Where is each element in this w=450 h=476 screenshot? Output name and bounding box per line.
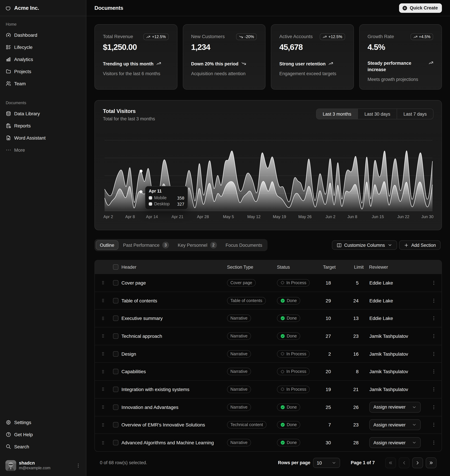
sidebar-item-team[interactable]: Team: [3, 78, 83, 89]
row-target[interactable]: 27: [311, 333, 338, 339]
row-menu-button[interactable]: [426, 369, 442, 374]
add-section-button[interactable]: Add Section: [399, 240, 441, 250]
row-checkbox[interactable]: [113, 404, 118, 410]
sidebar-item-lifecycle[interactable]: Lifecycle: [3, 42, 83, 52]
row-checkbox[interactable]: [113, 333, 118, 339]
row-target[interactable]: 18: [311, 280, 338, 285]
drag-handle[interactable]: [95, 441, 111, 445]
tab-outline[interactable]: Outline: [96, 240, 118, 250]
user-menu-dots-icon[interactable]: [76, 463, 81, 468]
tab-focus-documents[interactable]: Focus Documents: [221, 240, 266, 250]
drag-handle[interactable]: [95, 334, 111, 338]
row-header[interactable]: Executive summary: [119, 315, 224, 321]
range-option-last-30-days[interactable]: Last 30 days: [358, 109, 397, 119]
assign-reviewer-select[interactable]: Assign reviewer: [369, 402, 421, 412]
customize-columns-button[interactable]: Customize Columns: [332, 240, 397, 250]
drag-handle[interactable]: [95, 298, 111, 303]
row-target[interactable]: 30: [311, 440, 338, 445]
row-target[interactable]: 29: [311, 298, 338, 303]
drag-handle[interactable]: [95, 352, 111, 356]
sidebar-brand[interactable]: Acme Inc.: [0, 0, 86, 16]
row-menu-button[interactable]: [426, 316, 442, 321]
row-checkbox[interactable]: [113, 422, 118, 428]
row-limit[interactable]: 21: [338, 387, 366, 392]
drag-handle[interactable]: [95, 370, 111, 374]
row-limit[interactable]: 8: [338, 369, 366, 374]
row-menu-button[interactable]: [426, 351, 442, 356]
sidebar-item-settings[interactable]: Settings: [3, 417, 83, 428]
row-menu-button[interactable]: [426, 280, 442, 285]
row-header[interactable]: Cover page: [119, 280, 224, 285]
tab-past-performance[interactable]: Past Performance3: [119, 240, 173, 250]
row-target[interactable]: 19: [311, 387, 338, 392]
range-option-last-7-days[interactable]: Last 7 days: [397, 109, 433, 119]
row-menu-button[interactable]: [426, 440, 442, 445]
sidebar-item-more[interactable]: More: [3, 145, 83, 155]
sidebar-item-word-assistant[interactable]: Word Assistant: [3, 133, 83, 143]
row-limit[interactable]: 24: [338, 298, 366, 303]
row-target[interactable]: 20: [311, 369, 338, 374]
range-option-last-3-months[interactable]: Last 3 months: [316, 109, 358, 119]
previous-page-button[interactable]: [399, 458, 409, 468]
tab-count-badge: 2: [210, 242, 217, 249]
row-checkbox[interactable]: [113, 298, 118, 303]
assign-reviewer-select[interactable]: Assign reviewer: [369, 419, 421, 430]
row-limit[interactable]: 28: [338, 440, 366, 445]
visitors-chart-card: Total Visitors Total for the last 3 mont…: [95, 100, 442, 230]
row-menu-button[interactable]: [426, 334, 442, 338]
row-checkbox[interactable]: [113, 351, 118, 356]
drag-handle[interactable]: [95, 387, 111, 392]
row-menu-button[interactable]: [426, 298, 442, 303]
row-limit[interactable]: 16: [338, 351, 366, 356]
row-menu-button[interactable]: [426, 423, 442, 427]
row-header[interactable]: Design: [119, 351, 224, 356]
row-checkbox[interactable]: [113, 387, 118, 392]
row-header[interactable]: Innovation and Advantages: [119, 404, 224, 410]
row-limit[interactable]: 26: [338, 404, 366, 410]
row-checkbox[interactable]: [113, 315, 118, 321]
row-target[interactable]: 10: [311, 315, 338, 321]
sidebar-item-data-library[interactable]: Data Library: [3, 108, 83, 119]
row-checkbox[interactable]: [113, 440, 118, 445]
row-header[interactable]: Technical approach: [119, 333, 224, 339]
row-target[interactable]: 2: [311, 351, 338, 356]
drag-handle[interactable]: [95, 281, 111, 285]
row-checkbox[interactable]: [113, 280, 118, 285]
select-all-checkbox[interactable]: [113, 264, 118, 270]
sidebar-item-search[interactable]: Search: [3, 441, 83, 452]
drag-handle[interactable]: [95, 423, 111, 427]
sidebar-item-analytics[interactable]: Analytics: [3, 54, 83, 65]
quick-create-button[interactable]: Quick Create: [399, 3, 442, 13]
row-menu-button[interactable]: [426, 387, 442, 392]
row-header[interactable]: Integration with existing systems: [119, 387, 224, 392]
tab-key-personnel[interactable]: Key Personnel2: [174, 240, 221, 250]
rows-per-page-select[interactable]: 10: [313, 458, 340, 468]
area-chart[interactable]: [103, 139, 434, 223]
first-page-button[interactable]: [385, 458, 396, 468]
col-limit: Limit: [338, 264, 366, 270]
chevron-left-icon: [401, 460, 407, 465]
row-limit[interactable]: 23: [338, 422, 366, 428]
sidebar-user[interactable]: shadcn m@example.com: [3, 458, 83, 474]
page-header: Documents Quick Create: [86, 0, 450, 16]
row-header[interactable]: Capabilities: [119, 369, 224, 374]
row-limit[interactable]: 23: [338, 333, 366, 339]
row-menu-button[interactable]: [426, 405, 442, 409]
row-header[interactable]: Advanced Algorithms and Machine Learning: [119, 440, 224, 445]
row-checkbox[interactable]: [113, 369, 118, 374]
drag-handle[interactable]: [95, 405, 111, 409]
sidebar-item-dashboard[interactable]: Dashboard: [3, 30, 83, 41]
assign-reviewer-select[interactable]: Assign reviewer: [369, 437, 421, 448]
row-header[interactable]: Overview of EMR's Innovative Solutions: [119, 422, 224, 428]
row-target[interactable]: 25: [311, 404, 338, 410]
row-limit[interactable]: 5: [338, 280, 366, 285]
row-header[interactable]: Table of contents: [119, 298, 224, 303]
sidebar-item-projects[interactable]: Projects: [3, 66, 83, 77]
next-page-button[interactable]: [412, 458, 423, 468]
row-limit[interactable]: 13: [338, 315, 366, 321]
sidebar-item-reports[interactable]: Reports: [3, 120, 83, 131]
row-target[interactable]: 7: [311, 422, 338, 428]
sidebar-item-get-help[interactable]: Get Help: [3, 429, 83, 440]
last-page-button[interactable]: [426, 458, 437, 468]
drag-handle[interactable]: [95, 316, 111, 320]
